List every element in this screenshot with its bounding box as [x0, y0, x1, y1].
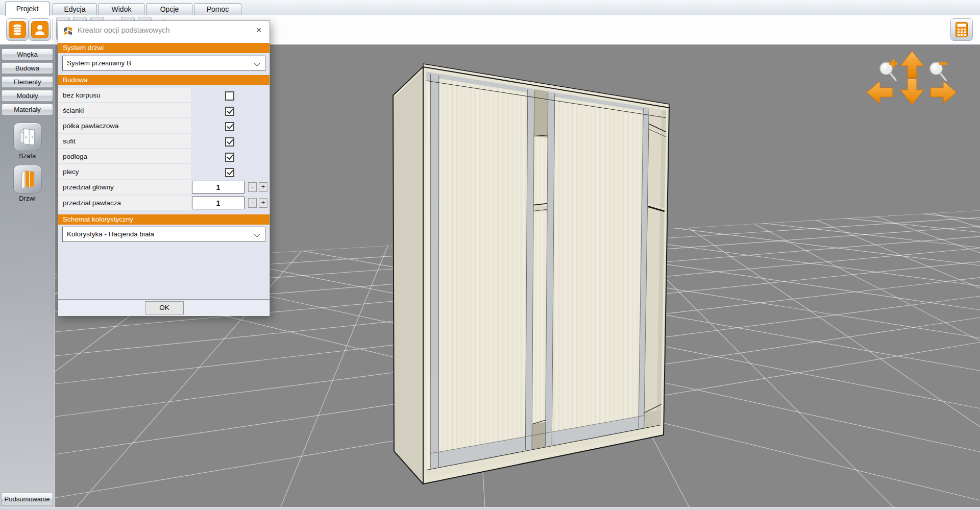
dialog-footer: OK [58, 299, 270, 316]
dialog-app-icon [63, 25, 73, 35]
database-icon [9, 21, 26, 38]
pan-down-arrow[interactable] [900, 79, 924, 105]
counter-row-przedzial-glowny: przedział główny 1 - + [58, 180, 270, 196]
przedzial-glowny-minus-button[interactable]: - [248, 182, 257, 192]
sidebar: Wnęka Budowa Elementy Moduły Materiały S… [0, 45, 55, 507]
przedzial-pawlacza-value[interactable]: 1 [192, 197, 244, 209]
tab-edycja[interactable]: Edycja [53, 3, 97, 15]
wardrobe-icon [17, 126, 38, 148]
sidebar-item-materialy[interactable]: Materiały [2, 104, 53, 115]
check-label: podłoga [58, 149, 191, 164]
wardrobe-model[interactable] [393, 64, 669, 484]
drzwi-tool-button[interactable] [13, 165, 42, 193]
sidebar-item-moduly[interactable]: Moduły [2, 90, 53, 102]
bez-korpusu-checkbox[interactable] [225, 91, 234, 101]
check-row-podloga: podłoga [58, 149, 270, 164]
polka-pawlaczowa-checkbox[interactable] [225, 122, 234, 131]
check-label: sufit [58, 134, 191, 149]
szafa-tool-label: Szafa [19, 152, 36, 160]
counter-label: przedział pawlacza [58, 196, 191, 211]
user-icon [31, 21, 48, 38]
scianki-checkbox[interactable] [225, 107, 234, 116]
check-label: półka pawlaczowa [58, 118, 191, 133]
przedzial-pawlacza-plus-button[interactable]: + [259, 198, 267, 208]
check-row-plecy: plecy [58, 164, 270, 180]
check-row-scianki: ścianki [58, 103, 270, 118]
przedzial-glowny-value[interactable]: 1 [192, 181, 244, 193]
application-window: Projekt Edycja Widok Opcje Pomoc [0, 0, 980, 510]
check-label: ścianki [58, 103, 191, 118]
viewport-nav-controls[interactable] [867, 51, 957, 105]
pan-up-arrow[interactable] [900, 51, 924, 78]
drzwi-tool-label: Drzwi [19, 195, 36, 202]
pan-right-arrow[interactable] [930, 81, 957, 104]
check-label: bez korpusu [58, 88, 191, 103]
tab-pomoc[interactable]: Pomoc [194, 3, 241, 15]
check-row-polka-pawlaczowa: półka pawlaczowa [58, 118, 270, 134]
check-row-sufit: sufit [58, 134, 270, 149]
kreator-dialog: Kreator opcji podstawowych × System drzw… [58, 20, 270, 315]
calculator-icon [955, 21, 968, 38]
dialog-title: Kreator opcji podstawowych [78, 26, 170, 34]
section-header-budowa: Budowa [58, 75, 270, 85]
section-header-schemat: Schemat kolorystyczny [58, 214, 270, 225]
tab-widok[interactable]: Widok [99, 3, 144, 15]
counter-label: przedział główny [58, 180, 191, 195]
construction-options: bez korpusu ścianki półka pawlaczowa suf… [58, 88, 270, 211]
color-scheme-selected-value: Kolorystyka - Hacjenda biała [67, 230, 154, 238]
dialog-title-bar[interactable]: Kreator opcji podstawowych × [58, 21, 270, 43]
ok-button[interactable]: OK [145, 301, 184, 314]
sidebar-item-elementy[interactable]: Elementy [2, 76, 53, 88]
door-system-selected-value: System przesuwny B [67, 59, 131, 67]
przedzial-pawlacza-minus-button[interactable]: - [248, 198, 257, 208]
door-icon [17, 168, 38, 190]
szafa-tool-button[interactable] [13, 123, 42, 151]
door-system-select[interactable]: System przesuwny B [62, 56, 265, 71]
section-header-system-drzwi: System drzwi [58, 43, 270, 53]
color-scheme-select[interactable]: Kolorystyka - Hacjenda biała [62, 227, 265, 242]
window-bottom-edge [0, 507, 980, 510]
user-button[interactable] [29, 18, 51, 41]
tab-opcje[interactable]: Opcje [146, 3, 192, 15]
podloga-checkbox[interactable] [225, 153, 234, 162]
database-button[interactable] [6, 18, 29, 41]
calculator-button[interactable] [950, 18, 973, 41]
toolbar-separator [52, 19, 53, 40]
zoom-in-icon[interactable] [880, 59, 897, 80]
counter-row-przedzial-pawlacza: przedział pawlacza 1 - + [58, 196, 270, 211]
zoom-out-icon[interactable] [930, 62, 947, 81]
sidebar-item-wneka[interactable]: Wnęka [2, 48, 53, 60]
podsumowanie-button[interactable]: Podsumowanie [1, 493, 53, 505]
check-row-bez-korpusu: bez korpusu [58, 88, 270, 103]
sufit-checkbox[interactable] [225, 137, 234, 147]
plecy-checkbox[interactable] [225, 168, 234, 177]
check-label: plecy [58, 164, 191, 179]
chevron-down-icon [254, 60, 260, 66]
przedzial-glowny-plus-button[interactable]: + [259, 182, 267, 192]
tab-projekt[interactable]: Projekt [5, 2, 50, 16]
chevron-down-icon [254, 231, 260, 237]
pan-left-arrow[interactable] [867, 81, 893, 104]
sidebar-item-budowa[interactable]: Budowa [2, 62, 53, 74]
close-icon[interactable]: × [253, 25, 264, 36]
tab-bar: Projekt Edycja Widok Opcje Pomoc [0, 0, 980, 16]
